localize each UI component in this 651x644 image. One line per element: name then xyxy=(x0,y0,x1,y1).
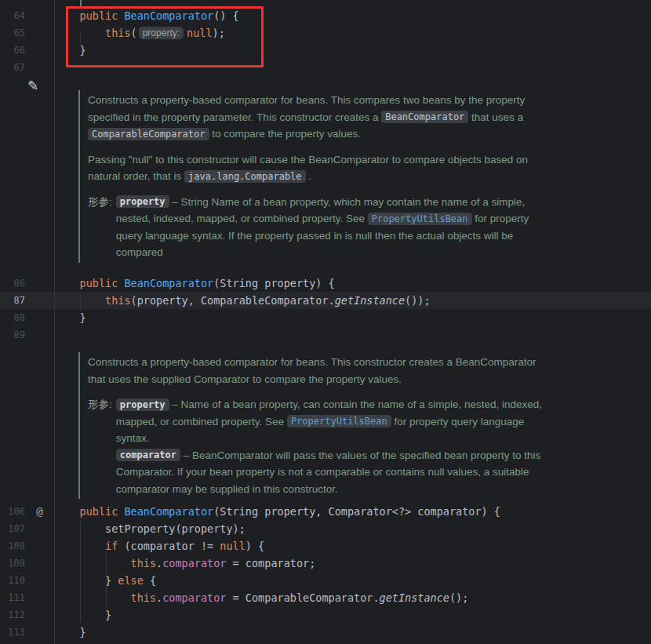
indent-guide xyxy=(80,296,81,310)
line-number[interactable]: 88 xyxy=(0,312,25,323)
code-token: setProperty(property); xyxy=(54,522,245,535)
code-text: } xyxy=(54,606,111,624)
code-line[interactable]: 86 public BeanComparator(String property… xyxy=(0,275,651,292)
rendered-doc-comment: Constructs a property-based comparator f… xyxy=(78,90,552,263)
code-token: null xyxy=(220,540,245,552)
code-token: = ComparableComparator. xyxy=(226,591,379,604)
code-token: . xyxy=(156,557,162,569)
doc-comment-border-stub xyxy=(80,0,82,6)
line-number[interactable]: 109 xyxy=(0,558,25,569)
code-line[interactable]: 88 } xyxy=(0,309,651,326)
code-token: ()); xyxy=(405,294,431,307)
doc-text: that uses a xyxy=(468,111,523,123)
rendered-doc-comment: Constructs a property-based comparator f… xyxy=(78,352,552,499)
code-text: this.comparator = comparator; xyxy=(54,555,315,572)
line-number[interactable]: 106 xyxy=(0,506,25,517)
code-block: 106@ public BeanComparator(String proper… xyxy=(0,503,651,641)
gutter-separator xyxy=(54,0,55,644)
code-token: if xyxy=(105,540,118,552)
code-line[interactable]: 109 this.comparator = comparator; xyxy=(0,555,651,572)
code-token: public xyxy=(80,277,118,289)
code-line[interactable]: 107 setProperty(property); xyxy=(0,520,651,537)
code-token xyxy=(54,277,80,289)
code-token xyxy=(54,591,131,604)
doc-code-chip: BeanComparator xyxy=(381,111,468,123)
indent-guide xyxy=(80,521,81,623)
code-token: BeanComparator xyxy=(124,505,213,518)
doc-parameters-section: 形参:property – String Name of a bean prop… xyxy=(88,194,552,261)
code-token: (property, ComparableComparator. xyxy=(131,294,335,307)
line-number[interactable]: 66 xyxy=(0,45,25,56)
code-line[interactable]: 112 } xyxy=(0,606,651,624)
code-token: } xyxy=(54,311,86,324)
code-text: } xyxy=(54,309,86,326)
line-number[interactable]: 110 xyxy=(0,575,25,586)
code-line[interactable]: 89 xyxy=(0,326,651,344)
line-number[interactable]: 112 xyxy=(0,609,25,620)
code-line[interactable]: 113 } xyxy=(0,624,651,641)
code-token: public xyxy=(80,505,118,518)
code-token xyxy=(54,505,80,518)
line-number[interactable]: 86 xyxy=(0,278,25,289)
code-token: comparator xyxy=(162,591,226,604)
doc-params-content: property – Name of a bean property, can … xyxy=(116,396,552,497)
doc-text: Constructs a property-based comparator f… xyxy=(88,356,536,385)
code-token: (String property, Comparator<?> comparat… xyxy=(213,505,500,518)
doc-parameters-section: 形参:property – Name of a bean property, c… xyxy=(88,396,552,497)
doc-parameter: property – String Name of a bean propert… xyxy=(116,194,552,261)
code-token: . xyxy=(156,591,162,604)
code-token: getInstance xyxy=(335,294,405,307)
code-text: public BeanComparator(String property) { xyxy=(54,275,335,292)
code-token: else xyxy=(118,574,144,587)
code-text: } xyxy=(54,624,86,641)
doc-link-chip[interactable]: PropertyUtilsBean xyxy=(368,213,472,225)
code-line[interactable]: 110 } else { xyxy=(0,572,651,589)
doc-param-chip: property xyxy=(116,195,169,208)
doc-text: to compare the property values. xyxy=(209,128,362,140)
doc-code-chip: java.lang.Comparable xyxy=(184,170,306,183)
code-text: this.comparator = ComparableComparator.g… xyxy=(54,589,468,606)
edit-doc-comment-pencil-icon[interactable]: ✎ xyxy=(25,77,41,94)
code-token: ) { xyxy=(245,540,264,552)
doc-params-label: 形参: xyxy=(88,396,112,497)
doc-param-chip: property xyxy=(116,398,169,411)
line-number[interactable]: 113 xyxy=(0,627,25,638)
code-text: public BeanComparator(String property, C… xyxy=(54,503,500,520)
annotation-gutter-icon[interactable]: @ xyxy=(25,503,54,520)
code-token: } xyxy=(54,609,111,621)
doc-params-label: 形参: xyxy=(88,194,112,261)
line-number[interactable]: 89 xyxy=(0,329,25,340)
doc-paragraph: Constructs a property-based comparator f… xyxy=(88,92,552,143)
code-line[interactable]: 108 if (comparator != null) { xyxy=(0,537,651,555)
line-number[interactable]: 108 xyxy=(0,540,25,551)
doc-code-chip: ComparableComparator xyxy=(88,128,209,140)
line-number[interactable]: 107 xyxy=(0,523,25,534)
doc-parameter: comparator – BeanComparator will pass th… xyxy=(116,447,552,498)
code-text: this(property, ComparableComparator.getI… xyxy=(54,292,431,309)
line-number[interactable]: 111 xyxy=(0,592,25,603)
code-token: (); xyxy=(449,591,468,604)
doc-link-chip[interactable]: PropertyUtilsBean xyxy=(287,415,391,428)
code-line[interactable]: 106@ public BeanComparator(String proper… xyxy=(0,503,651,520)
code-token: BeanComparator xyxy=(124,277,213,289)
doc-params-content: property – String Name of a bean propert… xyxy=(116,194,552,261)
code-line[interactable]: 111 this.comparator = ComparableComparat… xyxy=(0,589,651,606)
code-token: { xyxy=(144,574,156,587)
line-number[interactable]: 64 xyxy=(0,10,25,21)
line-number[interactable]: 87 xyxy=(0,295,25,306)
code-token: this xyxy=(105,294,131,307)
code-token: (String property) { xyxy=(213,277,334,289)
line-number[interactable]: 67 xyxy=(0,62,25,73)
code-editor: ✎ 64 public BeanComparator() {65 this(pr… xyxy=(0,0,651,644)
doc-text: . xyxy=(306,170,312,182)
doc-parameter: property – Name of a bean property, can … xyxy=(116,396,552,447)
highlight-rectangle xyxy=(66,6,264,67)
indent-guide xyxy=(106,555,107,606)
code-text: if (comparator != null) { xyxy=(54,537,264,555)
line-number[interactable]: 65 xyxy=(0,27,25,38)
code-line[interactable]: 87 this(property, ComparableComparator.g… xyxy=(0,292,651,309)
code-token: } xyxy=(54,626,86,639)
code-token: comparator xyxy=(162,557,226,569)
doc-param-chip: comparator xyxy=(116,449,180,461)
code-token: } xyxy=(54,574,118,587)
